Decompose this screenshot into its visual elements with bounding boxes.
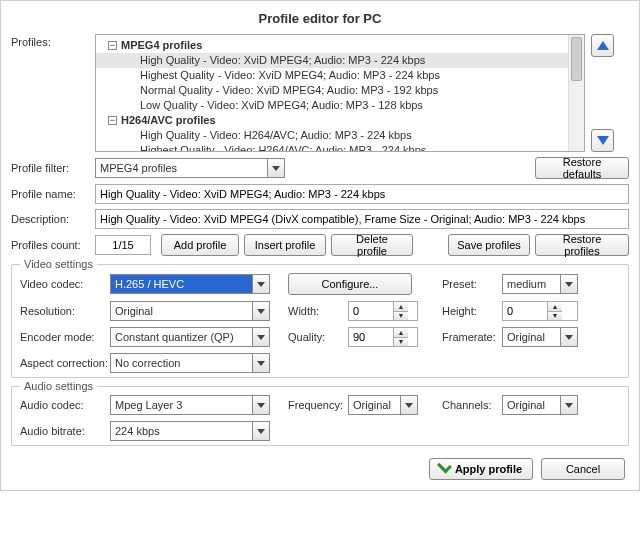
spin-up[interactable]: ▲ [548, 302, 562, 312]
chevron-down-icon [565, 335, 573, 340]
profiles-count-field [95, 235, 151, 255]
encoder-mode-label: Encoder mode: [20, 331, 110, 343]
move-down-button[interactable] [591, 129, 614, 152]
add-profile-button[interactable]: Add profile [161, 234, 239, 256]
tree-group-mpeg4[interactable]: −MPEG4 profiles [96, 38, 584, 53]
profiles-label: Profiles: [11, 34, 95, 48]
description-input[interactable] [95, 209, 629, 229]
chevron-down-icon [405, 403, 413, 408]
restore-defaults-button[interactable]: Restore defaults [535, 157, 629, 179]
width-spinner[interactable]: ▲▼ [348, 301, 418, 321]
aspect-correction-combo[interactable]: No correction [110, 353, 270, 373]
move-up-button[interactable] [591, 34, 614, 57]
tree-item[interactable]: Highest Quality - Video: H264/AVC; Audio… [96, 143, 584, 152]
preset-combo[interactable]: medium [502, 274, 578, 294]
channels-combo[interactable]: Original [502, 395, 578, 415]
quality-spinner[interactable]: ▲▼ [348, 327, 418, 347]
quality-label: Quality: [288, 331, 348, 343]
width-label: Width: [288, 305, 348, 317]
frequency-label: Frequency: [288, 399, 348, 411]
quality-input[interactable] [349, 328, 393, 346]
audio-bitrate-label: Audio bitrate: [20, 425, 110, 437]
window-title: Profile editor for PC [11, 7, 629, 34]
video-codec-combo[interactable]: H.265 / HEVC [110, 274, 270, 294]
tree-group-h264[interactable]: −H264/AVC profiles [96, 113, 584, 128]
video-codec-label: Video codec: [20, 278, 110, 290]
tree-item[interactable]: Normal Quality - Video: XviD MPEG4; Audi… [96, 83, 584, 98]
profiles-tree[interactable]: −MPEG4 profiles High Quality - Video: Xv… [95, 34, 585, 152]
delete-profile-button[interactable]: Delete profile [331, 234, 413, 256]
arrow-down-icon [597, 136, 609, 145]
spin-up[interactable]: ▲ [394, 328, 408, 338]
dropdown-button[interactable] [252, 422, 269, 440]
collapse-icon[interactable]: − [108, 41, 117, 50]
chevron-down-icon [257, 361, 265, 366]
spin-down[interactable]: ▼ [548, 312, 562, 321]
height-spinner[interactable]: ▲▼ [502, 301, 578, 321]
profile-filter-combo[interactable]: MPEG4 profiles [95, 158, 285, 178]
audio-codec-label: Audio codec: [20, 399, 110, 411]
chevron-down-icon [257, 282, 265, 287]
profile-name-input[interactable] [95, 184, 629, 204]
video-settings-legend: Video settings [20, 258, 97, 270]
channels-label: Channels: [442, 399, 502, 411]
audio-settings-group: Audio settings Audio codec: Mpeg Layer 3… [11, 386, 629, 446]
chevron-down-icon [565, 403, 573, 408]
aspect-correction-label: Aspect correction: [20, 357, 110, 369]
audio-codec-combo[interactable]: Mpeg Layer 3 [110, 395, 270, 415]
framerate-label: Framerate: [442, 331, 502, 343]
insert-profile-button[interactable]: Insert profile [244, 234, 326, 256]
collapse-icon[interactable]: − [108, 116, 117, 125]
spin-down[interactable]: ▼ [394, 338, 408, 347]
dropdown-button[interactable] [252, 328, 269, 346]
chevron-down-icon [272, 166, 280, 171]
tree-scrollbar[interactable] [568, 35, 584, 151]
dropdown-button[interactable] [560, 275, 577, 293]
tree-item[interactable]: Highest Quality - Video: XviD MPEG4; Aud… [96, 68, 584, 83]
description-label: Description: [11, 213, 95, 225]
save-profiles-button[interactable]: Save profiles [448, 234, 530, 256]
height-label: Height: [442, 305, 502, 317]
height-input[interactable] [503, 302, 547, 320]
tree-item[interactable]: High Quality - Video: H264/AVC; Audio: M… [96, 128, 584, 143]
profile-filter-label: Profile filter: [11, 162, 95, 174]
configure-button[interactable]: Configure... [288, 273, 412, 295]
frequency-combo[interactable]: Original [348, 395, 418, 415]
check-icon [437, 459, 452, 474]
dropdown-button[interactable] [400, 396, 417, 414]
dropdown-button[interactable] [560, 328, 577, 346]
profile-editor-window: Profile editor for PC Profiles: −MPEG4 p… [0, 0, 640, 491]
restore-profiles-button[interactable]: Restore profiles [535, 234, 629, 256]
profiles-count-label: Profiles count: [11, 239, 95, 251]
dropdown-button[interactable] [252, 302, 269, 320]
width-input[interactable] [349, 302, 393, 320]
spin-down[interactable]: ▼ [394, 312, 408, 321]
dropdown-button[interactable] [560, 396, 577, 414]
apply-profile-button[interactable]: Apply profile [429, 458, 533, 480]
chevron-down-icon [565, 282, 573, 287]
dropdown-button[interactable] [252, 354, 269, 372]
cancel-button[interactable]: Cancel [541, 458, 625, 480]
resolution-combo[interactable]: Original [110, 301, 270, 321]
arrow-up-icon [597, 41, 609, 50]
audio-settings-legend: Audio settings [20, 380, 97, 392]
framerate-combo[interactable]: Original [502, 327, 578, 347]
tree-item[interactable]: High Quality - Video: XviD MPEG4; Audio:… [96, 53, 584, 68]
dropdown-button[interactable] [252, 396, 269, 414]
dropdown-button[interactable] [267, 159, 284, 177]
resolution-label: Resolution: [20, 305, 110, 317]
chevron-down-icon [257, 335, 265, 340]
encoder-mode-combo[interactable]: Constant quantizer (QP) [110, 327, 270, 347]
chevron-down-icon [257, 403, 265, 408]
tree-item[interactable]: Low Quality - Video: XviD MPEG4; Audio: … [96, 98, 584, 113]
spin-up[interactable]: ▲ [394, 302, 408, 312]
preset-label: Preset: [442, 278, 502, 290]
profile-name-label: Profile name: [11, 188, 95, 200]
video-settings-group: Video settings Video codec: H.265 / HEVC… [11, 264, 629, 378]
chevron-down-icon [257, 429, 265, 434]
chevron-down-icon [257, 309, 265, 314]
dropdown-button[interactable] [252, 275, 269, 293]
audio-bitrate-combo[interactable]: 224 kbps [110, 421, 270, 441]
